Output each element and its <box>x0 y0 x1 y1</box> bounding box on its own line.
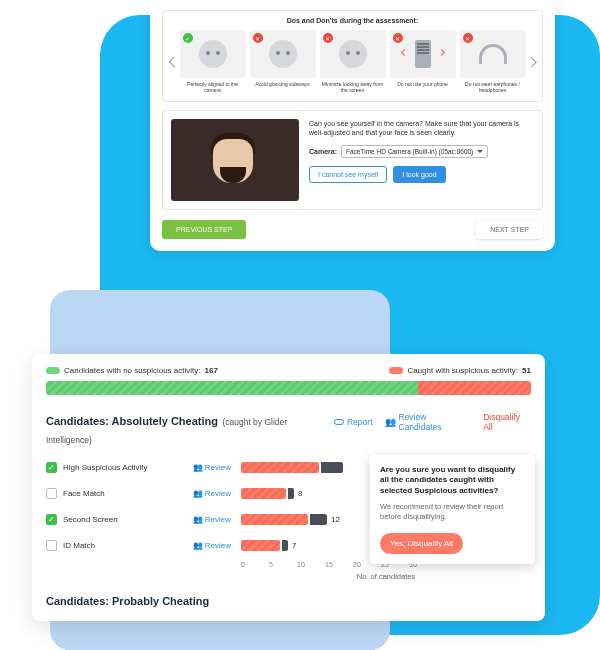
popover-title: Are you sure you want to disqualify all … <box>380 465 525 496</box>
list-item: Face Match 👥 Review <box>46 483 231 503</box>
dos-donts-panel: Dos and Don'ts during the assessment: ✓ … <box>162 10 543 102</box>
x-axis-title: No. of candidates <box>241 572 531 581</box>
cross-icon: ✕ <box>463 33 473 43</box>
section-title: Candidates: Absolutely Cheating <box>46 415 218 427</box>
bar-value: 8 <box>298 489 302 498</box>
next-step-button[interactable]: NEXT STEP <box>476 220 543 239</box>
tip-tile: ✕ Do not use your phone <box>390 30 456 93</box>
cannot-see-button[interactable]: I cannot see myself <box>309 166 387 183</box>
proctoring-report-card: Candidates with no suspicious activity: … <box>32 354 545 621</box>
checkbox[interactable] <box>46 514 57 525</box>
cross-icon: ✕ <box>393 33 403 43</box>
review-candidates-link[interactable]: 👥Review Candidates <box>385 412 472 432</box>
section-title-2: Candidates: Probably Cheating <box>46 595 531 607</box>
tip-tile: ✓ Perfectly aligned to the camera <box>180 30 246 93</box>
category-legend: High Suspicious Activity 👥 Review Face M… <box>46 457 231 581</box>
list-item: ID Match 👥 Review <box>46 535 231 555</box>
chevron-left-icon[interactable] <box>169 56 179 66</box>
camera-preview <box>171 119 299 201</box>
tips-carousel: ✓ Perfectly aligned to the camera ✕ Avoi… <box>171 30 534 93</box>
disqualify-all-link[interactable]: Disqualify All <box>483 412 531 432</box>
cloud-icon <box>334 419 344 425</box>
bar-value: 7 <box>292 541 296 550</box>
tile-caption: Do not wear earphones / headphones <box>460 81 526 93</box>
list-item: Second Screen 👥 Review <box>46 509 231 529</box>
legend-clean-count: 167 <box>205 366 218 375</box>
checkbox[interactable] <box>46 462 57 473</box>
category-label: High Suspicious Activity <box>63 463 147 472</box>
review-link[interactable]: 👥 Review <box>193 489 231 498</box>
tile-caption: Perfectly aligned to the camera <box>180 81 246 93</box>
legend-suspicious-count: 51 <box>522 366 531 375</box>
tip-tile: ✕ Avoid glancing sideways <box>250 30 316 93</box>
report-link[interactable]: Report <box>334 417 373 427</box>
camera-setup-card: Dos and Don'ts during the assessment: ✓ … <box>150 0 555 251</box>
review-link[interactable]: 👥 Review <box>193 515 231 524</box>
camera-panel: Can you see yourself in the camera? Make… <box>162 110 543 210</box>
category-label: ID Match <box>63 541 95 550</box>
legend-suspicious-label: Caught with suspicious activity: <box>407 366 518 375</box>
confirm-disqualify-button[interactable]: Yes, Disqualify All <box>380 533 463 554</box>
bar-value: 12 <box>331 515 340 524</box>
tip-tile: ✕ Do not wear earphones / headphones <box>460 30 526 93</box>
tile-caption: Avoid glancing sideways <box>250 81 316 87</box>
bars-column: 8 12 7 051015202530 No. of candidates Ar… <box>241 457 531 581</box>
tiles-container: ✓ Perfectly aligned to the camera ✕ Avoi… <box>180 30 526 93</box>
tile-caption: Minimize looking away from the screen <box>320 81 386 93</box>
cross-icon: ✕ <box>323 33 333 43</box>
pill-icon <box>46 367 60 374</box>
review-link[interactable]: 👥 Review <box>193 541 231 550</box>
summary-legend: Candidates with no suspicious activity: … <box>46 366 531 375</box>
summary-bar <box>46 381 531 395</box>
camera-label: Camera: <box>309 148 337 155</box>
popover-text: We recommend to review their report befo… <box>380 502 525 522</box>
chevron-right-icon[interactable] <box>526 56 536 66</box>
camera-selected-value: FaceTime HD Camera (Built-in) (05ac:8600… <box>346 148 473 155</box>
check-icon: ✓ <box>183 33 193 43</box>
category-label: Second Screen <box>63 515 118 524</box>
disqualify-popover: Are you sure you want to disqualify all … <box>370 455 535 564</box>
review-link[interactable]: 👥 Review <box>193 463 231 472</box>
previous-step-button[interactable]: PREVIOUS STEP <box>162 220 246 239</box>
legend-clean-label: Candidates with no suspicious activity: <box>64 366 201 375</box>
list-item: High Suspicious Activity 👥 Review <box>46 457 231 477</box>
nav-row: PREVIOUS STEP NEXT STEP <box>162 220 543 239</box>
bar-segment-clean <box>46 381 418 395</box>
camera-instructions: Can you see yourself in the camera? Make… <box>309 119 534 137</box>
tip-tile: ✕ Minimize looking away from the screen <box>320 30 386 93</box>
chart-area: High Suspicious Activity 👥 Review Face M… <box>46 457 531 581</box>
look-good-button[interactable]: I look good <box>393 166 445 183</box>
pill-icon <box>389 367 403 374</box>
tile-caption: Do not use your phone <box>390 81 456 87</box>
checkbox[interactable] <box>46 488 57 499</box>
chevron-down-icon <box>477 150 483 153</box>
checkbox[interactable] <box>46 540 57 551</box>
cross-icon: ✕ <box>253 33 263 43</box>
camera-select[interactable]: FaceTime HD Camera (Built-in) (05ac:8600… <box>341 145 488 158</box>
people-icon: 👥 <box>385 417 396 427</box>
dos-title: Dos and Don'ts during the assessment: <box>171 17 534 24</box>
bar-segment-suspicious <box>418 381 531 395</box>
category-label: Face Match <box>63 489 105 498</box>
section-header: Candidates: Absolutely Cheating (caught … <box>46 411 531 447</box>
